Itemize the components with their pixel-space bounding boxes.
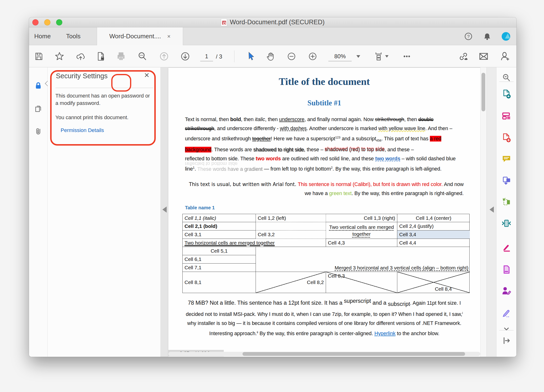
select-tool-button[interactable]: [242, 45, 259, 67]
request-signatures-icon[interactable]: [501, 285, 512, 296]
document-table: Cell 1,1 (italic) Cell 1,2 (left) Cell 1…: [182, 214, 470, 293]
text-run: , these –: [304, 147, 325, 153]
comment-icon[interactable]: [501, 154, 512, 164]
compress-pdf-icon[interactable]: [501, 219, 512, 229]
expand-pane-icon[interactable]: [501, 335, 512, 346]
text-run: together: [252, 136, 271, 142]
table-cell: Cell 4,3: [326, 239, 397, 247]
text-run: 123: [335, 136, 340, 139]
chevron-down-icon[interactable]: [501, 324, 512, 335]
text-run: italic: [255, 117, 265, 122]
page-thumbnails-icon[interactable]: [33, 103, 43, 114]
tab-home[interactable]: Home: [34, 27, 51, 45]
fit-dropdown-caret[interactable]: [385, 55, 389, 58]
organize-pages-icon[interactable]: [501, 197, 512, 207]
text-run: , and these –: [385, 147, 414, 153]
text-run: .: [195, 166, 197, 172]
zoom-out-button[interactable]: [283, 45, 300, 67]
more-tools-ellipsis-button[interactable]: [398, 45, 415, 67]
horizontal-scrollbar-thumb[interactable]: [242, 352, 465, 356]
text-run: . These words are: [211, 147, 253, 153]
collapse-right-pane-arrow[interactable]: [490, 207, 494, 213]
share-link-icon[interactable]: [455, 45, 472, 67]
text-run: strikethrough: [375, 117, 404, 122]
star-favorite-button[interactable]: [51, 45, 68, 67]
help-icon[interactable]: ?: [464, 32, 473, 41]
text-run: . This part of text has: [381, 136, 430, 142]
fit-width-button[interactable]: [370, 45, 387, 67]
notifications-bell-icon[interactable]: [483, 32, 491, 41]
table-cell: Cell 1,3 (right): [326, 214, 397, 222]
previous-page-button[interactable]: [156, 45, 172, 67]
add-user-icon[interactable]: [497, 45, 513, 67]
main-toolbar: 1 / 3 80%: [29, 45, 516, 67]
tab-tools[interactable]: Tools: [66, 27, 81, 45]
page-number-input[interactable]: 1: [200, 52, 213, 61]
minimize-window-button[interactable]: [44, 19, 50, 25]
tab-document[interactable]: Word-Document.... ×: [97, 27, 183, 45]
more-sign-tools-icon[interactable]: [501, 308, 512, 318]
vertical-scrollbar-thumb[interactable]: [481, 73, 485, 111]
text-run: These words have a gradient: [197, 166, 263, 172]
security-settings-tab-lock-icon[interactable]: [33, 80, 43, 91]
text-run: reflected to bottom side: [185, 154, 237, 163]
account-avatar[interactable]: [502, 32, 510, 41]
table-cell: Cell 4,4: [397, 239, 470, 247]
table-cell: Cell 1,1 (italic): [183, 214, 256, 222]
panel-divider: [55, 88, 153, 88]
save-button[interactable]: [30, 45, 47, 67]
document-security-button[interactable]: [93, 45, 109, 67]
text-run: . These: [237, 156, 256, 161]
tab-close-icon[interactable]: ×: [167, 33, 171, 40]
create-pdf-icon[interactable]: [501, 132, 512, 143]
text-run: 2: [331, 166, 333, 169]
zoom-window-button[interactable]: [56, 19, 62, 25]
document-viewport: Title of the document Subtitle #1 Text i…: [161, 67, 486, 357]
title-bar: Word-Document.pdf (SECURED): [29, 17, 516, 27]
text-run: . Another underscore is marked: [307, 126, 378, 131]
email-icon[interactable]: [475, 45, 492, 67]
window-title: Word-Document.pdf (SECURED): [230, 18, 325, 26]
close-window-button[interactable]: [32, 19, 39, 25]
page-total-label: / 3: [216, 52, 222, 61]
search-button[interactable]: [134, 45, 151, 67]
text-run: This text is usual, but written with Ari…: [189, 182, 298, 187]
text-run: . By the way, this entire paragraph is r…: [352, 190, 464, 196]
print-button[interactable]: [113, 45, 129, 67]
left-icon-strip: [29, 67, 47, 357]
zoom-in-button[interactable]: [304, 45, 321, 67]
hand-tool-button[interactable]: [262, 45, 279, 67]
text-run: are outlined with red solid line, and th…: [281, 156, 375, 161]
paragraph: 78 MiB? Not a little. This sentence has …: [185, 296, 464, 338]
prepare-form-icon[interactable]: [501, 264, 512, 275]
text-run: two words: [256, 156, 281, 161]
zoom-dropdown-caret[interactable]: [356, 55, 360, 58]
attachments-paperclip-icon[interactable]: [33, 126, 43, 136]
text-run: Text is normal, then: [185, 117, 230, 122]
text-run: , and finally normal again. Now: [304, 117, 375, 122]
zoom-level-input[interactable]: 80%: [328, 52, 352, 61]
table-cell: Cell 1,4 (center): [397, 214, 470, 222]
fill-sign-icon[interactable]: [501, 242, 512, 253]
tab-document-label: Word-Document....: [109, 33, 161, 40]
text-run: . By the way, this entire paragraph is l…: [333, 166, 442, 172]
permission-details-link[interactable]: Permission Details: [61, 127, 104, 133]
next-page-button[interactable]: [177, 45, 194, 67]
edit-pdf-icon[interactable]: [501, 111, 512, 121]
horizontal-scrollbar[interactable]: [168, 352, 480, 356]
collapse-left-pane-arrow[interactable]: [162, 207, 167, 213]
export-pdf-icon[interactable]: [501, 89, 512, 99]
paragraph: This text is usual, but written with Ari…: [185, 180, 464, 198]
text-run: to the anchor blow.: [395, 331, 439, 336]
document-title: Title of the document: [185, 76, 464, 87]
text-run: , then: [241, 117, 255, 122]
panel-close-icon[interactable]: ✕: [144, 72, 150, 79]
combine-files-icon[interactable]: [501, 176, 512, 186]
text-run: two words: [375, 156, 400, 161]
table-caption: Table name 1: [185, 205, 464, 210]
vertical-scrollbar[interactable]: [480, 67, 486, 357]
right-gutter: [486, 67, 497, 357]
hyperlink[interactable]: Hyperlink: [374, 331, 396, 336]
share-cloud-upload-button[interactable]: [72, 45, 89, 67]
table-cell-merged-vertical: Two vertical cells are merged together: [326, 222, 397, 239]
